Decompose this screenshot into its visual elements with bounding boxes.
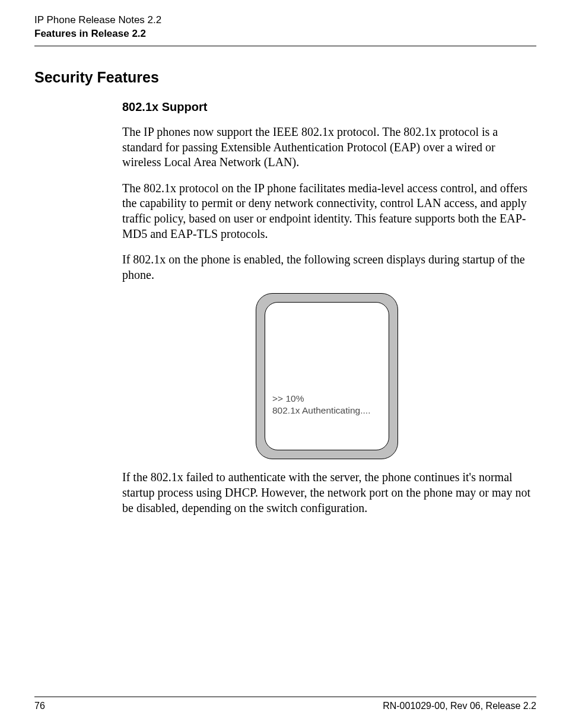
paragraph: If the 802.1x failed to authenticate wit…	[122, 470, 532, 516]
paragraph: The IP phones now support the IEEE 802.1…	[122, 125, 532, 170]
heading-security-features: Security Features	[34, 69, 536, 86]
document-id: RN-001029-00, Rev 06, Release 2.2	[383, 701, 536, 711]
phone-bezel: >> 10% 802.1x Authenticating....	[256, 293, 398, 459]
paragraph: If 802.1x on the phone is enabled, the f…	[122, 252, 532, 282]
phone-display: >> 10% 802.1x Authenticating....	[265, 302, 389, 450]
screen-line-2: 802.1x Authenticating....	[272, 405, 370, 416]
page-footer: 76 RN-001029-00, Rev 06, Release 2.2	[34, 697, 536, 711]
paragraph: The 802.1x protocol on the IP phone faci…	[122, 181, 532, 241]
running-header-section: Features in Release 2.2	[34, 28, 536, 40]
running-header-title: IP Phone Release Notes 2.2	[34, 14, 536, 26]
phone-display-text: >> 10% 802.1x Authenticating....	[272, 393, 370, 416]
body-content: 802.1x Support The IP phones now support…	[122, 100, 532, 516]
figure-phone-screen: >> 10% 802.1x Authenticating....	[122, 293, 532, 459]
page-number: 76	[34, 701, 45, 711]
footer-rule	[34, 697, 536, 697]
screen-line-1: >> 10%	[272, 393, 370, 404]
heading-8021x-support: 802.1x Support	[122, 100, 532, 114]
header-rule	[34, 46, 536, 46]
